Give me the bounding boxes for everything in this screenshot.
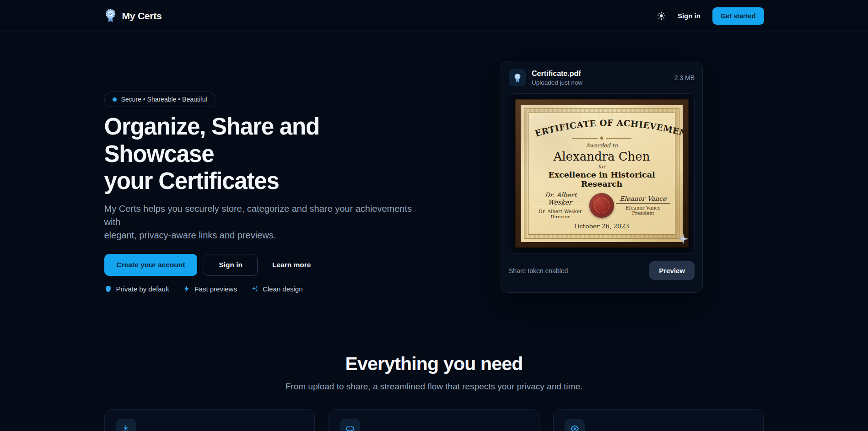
shield-icon (104, 285, 112, 293)
signatory-role: Director (533, 214, 588, 219)
hero-title: Organize, Share and Showcase your Certif… (104, 113, 429, 195)
quick-feature-label: Clean design (263, 285, 303, 293)
upload-preview-card: Certificate.pdf Uploaded just now 2.3 MB (501, 61, 703, 293)
preview-button[interactable]: Preview (649, 261, 695, 280)
certificate-title-arc: CERTIFICATE OF ACHIEVEMENT (533, 116, 683, 137)
link-icon (345, 424, 355, 431)
signature-right: Eleanor Vance Eleanor Vance President (616, 195, 670, 216)
quick-features: Private by default Fast previews (104, 285, 429, 293)
sun-icon (657, 11, 666, 20)
certificate-preview[interactable]: CERTIFICATE OF ACHIEVEMENT Awarded to Al… (509, 93, 695, 254)
signature-line (616, 203, 670, 204)
feature-grid: Upload & Organize Drag and drop uploads,… (93, 409, 775, 431)
certificate-date: October 26, 2023 (533, 222, 670, 230)
file-meta: Certificate.pdf Uploaded just now (532, 70, 669, 86)
hero-section: Secure • Shareable • Beautiful Organize,… (93, 32, 775, 293)
eye-icon (570, 424, 579, 431)
badge-dot-icon (113, 97, 117, 102)
signatory-name: Eleanor Vance (616, 205, 670, 210)
section-subtitle: From upload to share, a streamlined flow… (0, 382, 868, 392)
brand[interactable]: My Certs (104, 9, 162, 23)
ornament-divider (533, 137, 670, 140)
hero-badge: Secure • Shareable • Beautiful (104, 92, 216, 107)
bolt-icon (183, 285, 190, 293)
award-ribbon-logo-icon (104, 9, 117, 23)
create-account-button[interactable]: Create your account (104, 254, 198, 276)
signature-left: Dr. Albert Wesker Dr. Albert Wesker Dire… (533, 191, 588, 219)
brand-name: My Certs (122, 11, 162, 22)
download-icon-tile (116, 419, 136, 431)
quick-feature-clean: Clean design (251, 285, 303, 293)
download-icon (121, 424, 130, 431)
nav-sign-in-link[interactable]: Sign in (678, 12, 701, 20)
certificate-parchment: CERTIFICATE OF ACHIEVEMENT Awarded to Al… (521, 105, 683, 242)
signature-script: Eleanor Vance (615, 195, 671, 202)
file-icon-tile (509, 69, 526, 86)
award-ribbon-icon (513, 73, 522, 83)
for-label: for (533, 164, 670, 170)
wax-seal-icon (589, 193, 614, 218)
share-token-status: Share token enabled (509, 267, 568, 275)
recipient-name: Alexandra Chen (533, 150, 670, 163)
certificate-subject: Excellence in Historical Research (533, 170, 670, 189)
hero-subtitle: My Certs helps you securely store, categ… (104, 202, 429, 242)
hero-sign-in-button[interactable]: Sign in (204, 254, 258, 276)
hero-preview-column: Certificate.pdf Uploaded just now 2.3 MB (440, 61, 764, 293)
features-section: Everything you need From upload to share… (0, 353, 868, 431)
top-nav: My Certs Sign in Get started (0, 0, 868, 32)
signature-row: Dr. Albert Wesker Dr. Albert Wesker Dire… (533, 191, 670, 219)
signatory-name: Dr. Albert Wesker (533, 209, 588, 214)
certificate-frame: CERTIFICATE OF ACHIEVEMENT Awarded to Al… (515, 99, 689, 248)
get-started-button[interactable]: Get started (712, 7, 764, 25)
quick-feature-label: Fast previews (194, 285, 237, 293)
file-uploaded-status: Uploaded just now (532, 79, 669, 86)
hero-title-line1: Organize, Share and Showcase (104, 113, 429, 167)
section-title: Everything you need (0, 353, 868, 375)
upload-card-header: Certificate.pdf Uploaded just now 2.3 MB (509, 69, 695, 86)
main-content: Secure • Shareable • Beautiful Organize,… (0, 32, 868, 431)
landing-page: My Certs Sign in Get started Secure • Sh… (0, 0, 868, 431)
feature-card-upload: Upload & Organize Drag and drop uploads,… (104, 409, 315, 431)
file-size: 2.3 MB (674, 74, 695, 81)
hero-copy: Secure • Shareable • Beautiful Organize,… (104, 61, 429, 293)
awarded-to-label: Awarded to (533, 142, 670, 149)
quick-feature-private: Private by default (104, 285, 169, 293)
hero-title-line2: your Certificates (104, 167, 429, 195)
file-name: Certificate.pdf (532, 70, 669, 78)
eye-icon-tile (565, 419, 585, 431)
hero-subtitle-line2: elegant, privacy-aware links and preview… (104, 229, 429, 242)
hero-subtitle-line1: My Certs helps you securely store, categ… (104, 202, 429, 229)
quick-feature-fast: Fast previews (183, 285, 237, 293)
signature-script: Dr. Albert Wesker (532, 191, 588, 206)
learn-more-button[interactable]: Learn more (264, 254, 319, 276)
feature-card-previews: Beautiful Previews Clean, responsive pre… (553, 409, 764, 431)
sparkle-icon (678, 233, 689, 244)
badge-label: Secure • Shareable • Beautiful (121, 96, 207, 103)
theme-toggle-button[interactable] (657, 11, 666, 20)
certificate-title: CERTIFICATE OF ACHIEVEMENT (533, 116, 683, 137)
quick-feature-label: Private by default (116, 285, 169, 293)
link-icon-tile (340, 419, 360, 431)
feature-card-share: Share with Control Generate private link… (329, 409, 539, 431)
upload-card-footer: Share token enabled Preview (509, 261, 695, 280)
svg-text:CERTIFICATE OF ACHIEVEMENT: CERTIFICATE OF ACHIEVEMENT (533, 116, 683, 137)
sparkles-icon (251, 285, 259, 293)
signatory-role: President (616, 210, 670, 216)
cta-row: Create your account Sign in Learn more (104, 254, 429, 276)
signature-line (533, 207, 588, 207)
